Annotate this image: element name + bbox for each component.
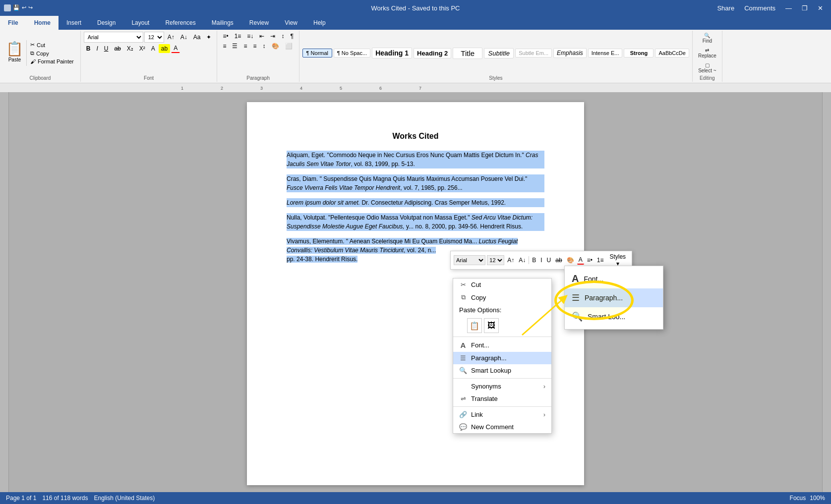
replace-button[interactable]: ⇄ Replace bbox=[696, 47, 718, 59]
zoom-level: 100% bbox=[810, 495, 825, 502]
ctx-cut[interactable]: ✂ Cut bbox=[453, 279, 551, 291]
select-button[interactable]: ▢ Select ~ bbox=[696, 61, 718, 74]
style-heading2[interactable]: Heading 2 bbox=[414, 48, 451, 58]
maximize-button[interactable]: ❐ bbox=[798, 3, 812, 13]
mini-highlight-btn[interactable]: 🎨 bbox=[565, 256, 576, 264]
mini-fontcolor-btn[interactable]: A bbox=[577, 256, 584, 265]
ctx-link[interactable]: 🔗 Link › bbox=[453, 408, 551, 421]
mini-bullets-btn[interactable]: ≡• bbox=[586, 256, 594, 264]
italic-button[interactable]: I bbox=[94, 44, 100, 53]
borders-button[interactable]: ⬜ bbox=[283, 42, 295, 51]
popup-paragraph[interactable]: ☰ Paragraph... bbox=[565, 288, 663, 307]
align-right-button[interactable]: ≡ bbox=[241, 42, 249, 51]
style-no-space[interactable]: ¶ No Spac... bbox=[334, 49, 370, 57]
font-controls: Arial 12 A↑ A↓ Aa ✦ B I U ab X₂ X² bbox=[84, 32, 214, 53]
tab-references[interactable]: References bbox=[157, 16, 203, 30]
minimize-button[interactable]: — bbox=[781, 3, 796, 13]
sort-button[interactable]: ↕ bbox=[279, 32, 287, 41]
style-emphasis[interactable]: Emphasis bbox=[553, 48, 587, 58]
highlight-button[interactable]: ab bbox=[159, 44, 170, 53]
quick-access-redo[interactable]: ↪ bbox=[28, 4, 33, 11]
tab-view[interactable]: View bbox=[277, 16, 305, 30]
tab-mailings[interactable]: Mailings bbox=[204, 16, 241, 30]
bullets-button[interactable]: ≡• bbox=[220, 32, 231, 41]
line-spacing-button[interactable]: ↕ bbox=[260, 42, 268, 51]
change-case-button[interactable]: Aa bbox=[191, 33, 203, 42]
strikethrough-button[interactable]: ab bbox=[112, 44, 123, 53]
copy-button[interactable]: ⧉ Copy bbox=[29, 50, 75, 57]
tab-design[interactable]: Design bbox=[89, 16, 123, 30]
mini-italic-btn[interactable]: I bbox=[539, 256, 543, 264]
popup-smart-lookup[interactable]: 🔍 Smart Loo... bbox=[565, 307, 663, 326]
ctx-smart-lookup[interactable]: 🔍 Smart Lookup bbox=[453, 364, 551, 377]
shading-button[interactable]: 🎨 bbox=[269, 42, 282, 51]
ribbon-content: 📋 Paste ✂ Cut ⧉ Copy 🖌 bbox=[0, 30, 831, 83]
ctx-sep-2 bbox=[453, 378, 551, 379]
justify-button[interactable]: ≡ bbox=[251, 42, 259, 51]
style-strong[interactable]: Strong bbox=[624, 49, 653, 57]
quick-access-undo[interactable]: ↩ bbox=[22, 4, 26, 11]
mini-numbering-btn[interactable]: 1≡ bbox=[595, 256, 605, 264]
show-formatting-button[interactable]: ¶ bbox=[288, 32, 296, 41]
ctx-paste-icon-2[interactable]: 🖼 bbox=[484, 318, 499, 333]
close-button[interactable]: ✕ bbox=[814, 3, 827, 13]
ctx-paragraph[interactable]: ☰ Paragraph... bbox=[453, 352, 551, 364]
bold-button[interactable]: B bbox=[84, 44, 93, 53]
increase-font-button[interactable]: A↑ bbox=[165, 33, 177, 42]
ctx-new-comment[interactable]: 💬 New Comment bbox=[453, 421, 551, 433]
style-intense-em[interactable]: Intense E... bbox=[588, 49, 623, 57]
decrease-indent-button[interactable]: ⇤ bbox=[257, 32, 267, 41]
tab-file[interactable]: File bbox=[0, 16, 26, 30]
style-subtle-em[interactable]: Subtle Em... bbox=[515, 49, 552, 57]
decrease-font-button[interactable]: A↓ bbox=[178, 33, 190, 42]
tab-insert[interactable]: Insert bbox=[59, 16, 89, 30]
underline-button[interactable]: U bbox=[102, 44, 111, 53]
focus-button[interactable]: Focus bbox=[790, 495, 806, 502]
share-button[interactable]: Share bbox=[713, 3, 738, 13]
mini-increase-btn[interactable]: A↑ bbox=[506, 256, 516, 264]
superscript-button[interactable]: X² bbox=[137, 44, 148, 53]
style-more[interactable]: AaBbCcDe bbox=[655, 49, 689, 57]
ctx-translate[interactable]: ⇌ Translate bbox=[453, 392, 551, 405]
title-bar-left: 💾 ↩ ↪ bbox=[4, 4, 33, 11]
mini-strike-btn[interactable]: ab bbox=[554, 256, 563, 264]
text-effects-button[interactable]: A bbox=[149, 44, 158, 53]
mini-size-select[interactable]: 12 bbox=[487, 255, 504, 265]
ctx-paste-icon-1[interactable]: 📋 bbox=[467, 318, 482, 333]
ctx-synonyms[interactable]: Synonyms › bbox=[453, 380, 551, 392]
comments-button[interactable]: Comments bbox=[740, 3, 779, 13]
multilevel-list-button[interactable]: ≡↓ bbox=[244, 32, 256, 41]
mini-font-select[interactable]: Arial bbox=[454, 255, 485, 265]
tab-layout[interactable]: Layout bbox=[123, 16, 157, 30]
font-family-select[interactable]: Arial bbox=[84, 32, 143, 43]
cut-button[interactable]: ✂ Cut bbox=[29, 41, 75, 49]
style-normal[interactable]: ¶ Normal bbox=[302, 49, 332, 57]
mini-decrease-btn[interactable]: A↓ bbox=[517, 256, 527, 264]
clear-formatting-button[interactable]: ✦ bbox=[204, 33, 214, 42]
tab-help[interactable]: Help bbox=[305, 16, 334, 30]
ctx-font[interactable]: A Font... bbox=[453, 338, 551, 352]
ruler: 1 2 3 4 5 6 7 bbox=[0, 83, 831, 92]
ctx-copy[interactable]: ⧉ Copy bbox=[453, 291, 551, 304]
mini-underline-btn[interactable]: U bbox=[545, 256, 553, 264]
paste-button[interactable]: 📋 Paste bbox=[3, 40, 27, 66]
font-color-button[interactable]: A bbox=[171, 44, 180, 53]
format-painter-button[interactable]: 🖌 Format Painter bbox=[29, 58, 75, 65]
font-size-select[interactable]: 12 bbox=[144, 32, 164, 43]
numbering-button[interactable]: 1≡ bbox=[232, 32, 244, 41]
popup-font[interactable]: A Font... bbox=[565, 269, 663, 288]
style-heading1[interactable]: Heading 1 bbox=[372, 48, 412, 58]
find-button[interactable]: 🔍 Find bbox=[699, 32, 715, 45]
increase-indent-button[interactable]: ⇥ bbox=[268, 32, 278, 41]
style-title[interactable]: Title bbox=[453, 48, 482, 59]
tab-home[interactable]: Home bbox=[26, 16, 59, 30]
subscript-button[interactable]: X₂ bbox=[124, 44, 136, 53]
svg-text:4: 4 bbox=[300, 86, 302, 91]
align-center-button[interactable]: ☰ bbox=[230, 42, 240, 51]
style-subtitle[interactable]: Subtitle bbox=[484, 48, 514, 58]
quick-access-save[interactable]: 💾 bbox=[13, 4, 20, 11]
mini-bold-btn[interactable]: B bbox=[531, 256, 537, 264]
tab-review[interactable]: Review bbox=[241, 16, 277, 30]
ctx-paste-label: Paste Options: bbox=[459, 306, 501, 314]
align-left-button[interactable]: ≡ bbox=[220, 42, 229, 51]
